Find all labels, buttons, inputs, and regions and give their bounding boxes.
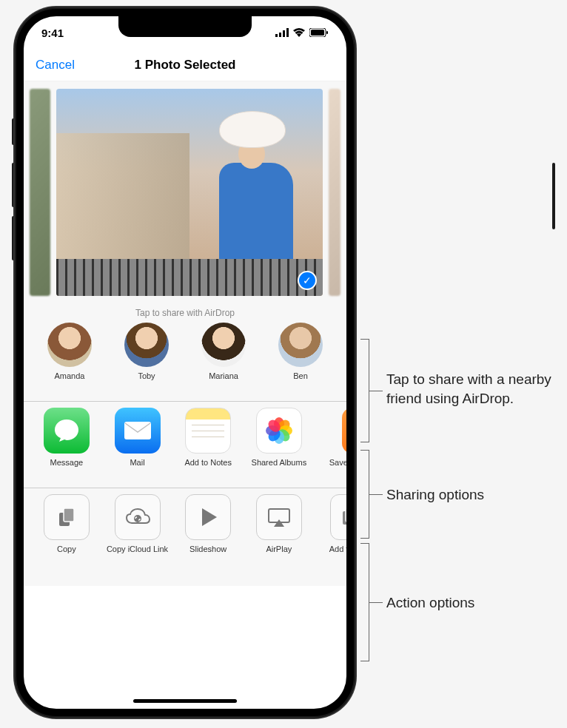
action-label: AirPlay <box>266 545 292 564</box>
phone-frame: 9:41 Cancel 1 Photo Selected <box>15 7 355 718</box>
status-time: 9:41 <box>41 27 64 39</box>
svg-rect-0 <box>275 34 278 37</box>
signal-icon <box>275 27 289 39</box>
callout-actions: Action options <box>386 593 474 613</box>
share-app-mail[interactable]: Mail <box>102 408 173 477</box>
app-label: Shared Albums <box>252 458 307 477</box>
action-label: Slideshow <box>189 545 227 564</box>
airdrop-contact[interactable]: Mariana <box>185 323 262 391</box>
screen: 9:41 Cancel 1 Photo Selected <box>24 16 346 709</box>
cloud-link-icon <box>115 494 161 540</box>
action-add-to-album[interactable]: Add to Album <box>315 494 346 564</box>
add-album-icon <box>330 494 346 540</box>
avatar <box>47 323 92 367</box>
action-label: Copy iCloud Link <box>107 545 168 564</box>
svg-rect-3 <box>286 28 289 37</box>
photo-strip[interactable]: ✓ <box>24 81 346 303</box>
callout-bracket <box>360 339 369 442</box>
callout-airdrop: Tap to share with a nearby friend using … <box>386 370 557 408</box>
mail-icon <box>115 408 161 454</box>
home-indicator[interactable] <box>133 699 237 703</box>
app-label: Add to Notes <box>184 458 232 477</box>
callout-bracket <box>360 543 369 661</box>
airdrop-contact[interactable]: Amanda <box>31 323 108 391</box>
avatar <box>124 323 169 367</box>
airdrop-label: Tap to share with AirDrop <box>24 303 346 320</box>
check-icon: ✓ <box>298 271 317 290</box>
svg-rect-2 <box>283 30 285 37</box>
callout-bracket <box>360 450 369 539</box>
battery-icon <box>309 27 329 39</box>
copy-icon <box>44 494 90 540</box>
avatar <box>278 323 323 367</box>
contact-name: Ben <box>293 371 308 391</box>
cancel-button[interactable]: Cancel <box>36 58 75 73</box>
notes-icon <box>185 408 231 454</box>
message-icon <box>44 408 90 454</box>
airplay-icon <box>256 494 302 540</box>
action-label: Add to Album <box>329 545 346 564</box>
play-icon <box>185 494 231 540</box>
avatar <box>201 323 246 367</box>
share-app-books[interactable]: Save PDF to Books <box>315 408 346 477</box>
page-title: 1 Photo Selected <box>135 58 236 73</box>
apps-row: Message Mail Add to Notes <box>24 402 346 488</box>
callout-line <box>369 602 383 603</box>
svg-rect-7 <box>124 422 151 439</box>
share-app-shared-albums[interactable]: Shared Albums <box>244 408 315 477</box>
app-label: Mail <box>130 458 144 477</box>
photos-icon <box>256 408 302 454</box>
airdrop-row: Amanda Toby Mariana Ben <box>24 320 346 402</box>
photo-thumb-next[interactable] <box>329 89 340 296</box>
share-app-notes[interactable]: Add to Notes <box>172 408 244 477</box>
app-label: Message <box>50 458 84 477</box>
callout-sharing: Sharing options <box>386 485 484 505</box>
svg-rect-6 <box>326 31 328 34</box>
contact-name: Mariana <box>209 371 238 391</box>
svg-rect-1 <box>279 33 281 37</box>
photo-thumb-selected[interactable]: ✓ <box>56 89 323 296</box>
contact-name: Amanda <box>55 371 85 391</box>
wifi-icon <box>293 27 305 39</box>
airdrop-contact[interactable]: Toby <box>108 323 185 391</box>
action-slideshow[interactable]: Slideshow <box>172 494 244 564</box>
airdrop-contact[interactable]: Ben <box>262 323 339 391</box>
svg-rect-5 <box>311 30 324 36</box>
nav-bar: Cancel 1 Photo Selected <box>24 49 346 81</box>
action-airplay[interactable]: AirPlay <box>244 494 315 564</box>
callout-line <box>369 494 383 495</box>
action-copy-icloud-link[interactable]: Copy iCloud Link <box>102 494 173 564</box>
actions-row: Copy Copy iCloud Link Slideshow <box>24 488 346 586</box>
share-app-message[interactable]: Message <box>31 408 102 477</box>
callout-line <box>369 391 383 391</box>
photo-thumb-prev[interactable] <box>30 89 50 296</box>
app-label: Save PDF to Books <box>329 458 346 477</box>
contact-name: Toby <box>138 371 155 391</box>
action-copy[interactable]: Copy <box>31 494 102 564</box>
svg-rect-9 <box>64 508 74 522</box>
books-icon <box>342 408 346 454</box>
svg-rect-13 <box>346 508 346 522</box>
notch <box>118 16 252 37</box>
action-label: Copy <box>57 545 76 564</box>
